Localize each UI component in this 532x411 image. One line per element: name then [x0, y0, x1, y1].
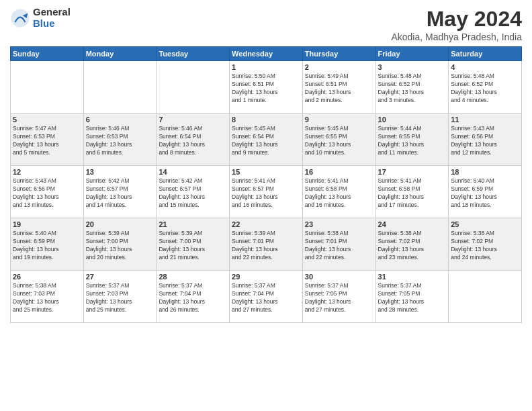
logo-general-text: General [33, 7, 71, 18]
day-number: 12 [13, 168, 81, 176]
day-number: 19 [13, 220, 81, 228]
day-info: Sunrise: 5:41 AM Sunset: 6:58 PM Dayligh… [378, 177, 447, 210]
table-row: 16Sunrise: 5:41 AM Sunset: 6:58 PM Dayli… [302, 166, 375, 218]
week-row-5: 26Sunrise: 5:38 AM Sunset: 7:03 PM Dayli… [11, 271, 522, 323]
day-info: Sunrise: 5:38 AM Sunset: 7:01 PM Dayligh… [305, 230, 373, 262]
day-info: Sunrise: 5:37 AM Sunset: 7:04 PM Dayligh… [159, 282, 227, 314]
table-row [83, 61, 157, 113]
table-row: 8Sunrise: 5:45 AM Sunset: 6:54 PM Daylig… [230, 113, 303, 166]
col-saturday: Saturday [449, 47, 522, 61]
day-number: 10 [378, 116, 447, 124]
day-info: Sunrise: 5:39 AM Sunset: 7:00 PM Dayligh… [159, 230, 227, 262]
logo: General Blue [10, 7, 71, 29]
table-row: 24Sunrise: 5:38 AM Sunset: 7:02 PM Dayli… [375, 218, 449, 271]
day-info: Sunrise: 5:48 AM Sunset: 6:52 PM Dayligh… [451, 73, 519, 105]
table-row: 18Sunrise: 5:40 AM Sunset: 6:59 PM Dayli… [449, 166, 522, 218]
day-info: Sunrise: 5:49 AM Sunset: 6:51 PM Dayligh… [305, 73, 373, 105]
table-row: 22Sunrise: 5:39 AM Sunset: 7:01 PM Dayli… [230, 218, 303, 271]
day-number: 11 [451, 116, 519, 124]
table-row [449, 271, 522, 323]
calendar-table: Sunday Monday Tuesday Wednesday Thursday… [10, 46, 522, 323]
day-number: 25 [451, 220, 519, 228]
table-row: 30Sunrise: 5:37 AM Sunset: 7:05 PM Dayli… [302, 271, 375, 323]
day-number: 20 [86, 220, 154, 228]
logo-text: General Blue [33, 7, 71, 29]
day-info: Sunrise: 5:45 AM Sunset: 6:55 PM Dayligh… [305, 125, 373, 157]
day-info: Sunrise: 5:38 AM Sunset: 7:02 PM Dayligh… [451, 230, 519, 262]
week-row-4: 19Sunrise: 5:40 AM Sunset: 6:59 PM Dayli… [11, 218, 522, 271]
day-info: Sunrise: 5:40 AM Sunset: 6:59 PM Dayligh… [13, 230, 81, 262]
day-number: 13 [86, 168, 154, 176]
table-row: 31Sunrise: 5:37 AM Sunset: 7:05 PM Dayli… [375, 271, 449, 323]
week-row-2: 5Sunrise: 5:47 AM Sunset: 6:53 PM Daylig… [11, 113, 522, 166]
day-info: Sunrise: 5:41 AM Sunset: 6:57 PM Dayligh… [232, 177, 300, 210]
day-number: 15 [232, 168, 300, 176]
table-row: 12Sunrise: 5:43 AM Sunset: 6:56 PM Dayli… [11, 166, 84, 218]
table-row: 2Sunrise: 5:49 AM Sunset: 6:51 PM Daylig… [302, 61, 375, 113]
day-info: Sunrise: 5:50 AM Sunset: 6:51 PM Dayligh… [232, 73, 300, 105]
table-row: 3Sunrise: 5:48 AM Sunset: 6:52 PM Daylig… [375, 61, 449, 113]
day-info: Sunrise: 5:39 AM Sunset: 7:00 PM Dayligh… [86, 230, 154, 262]
day-number: 18 [451, 168, 519, 176]
day-info: Sunrise: 5:42 AM Sunset: 6:57 PM Dayligh… [86, 177, 154, 210]
day-number: 28 [159, 273, 227, 281]
day-info: Sunrise: 5:38 AM Sunset: 7:02 PM Dayligh… [378, 230, 447, 262]
logo-blue-text: Blue [33, 18, 71, 30]
table-row: 13Sunrise: 5:42 AM Sunset: 6:57 PM Dayli… [83, 166, 157, 218]
day-number: 27 [86, 273, 154, 281]
day-number: 26 [13, 273, 81, 281]
day-number: 4 [451, 63, 519, 71]
day-number: 5 [13, 116, 81, 124]
table-row: 21Sunrise: 5:39 AM Sunset: 7:00 PM Dayli… [157, 218, 230, 271]
day-info: Sunrise: 5:43 AM Sunset: 6:56 PM Dayligh… [13, 177, 81, 210]
day-info: Sunrise: 5:46 AM Sunset: 6:54 PM Dayligh… [159, 125, 227, 157]
week-row-1: 1Sunrise: 5:50 AM Sunset: 6:51 PM Daylig… [11, 61, 522, 113]
table-row: 25Sunrise: 5:38 AM Sunset: 7:02 PM Dayli… [449, 218, 522, 271]
page: General Blue May 2024 Akodia, Madhya Pra… [0, 0, 532, 411]
header-row: Sunday Monday Tuesday Wednesday Thursday… [11, 47, 522, 61]
table-row: 7Sunrise: 5:46 AM Sunset: 6:54 PM Daylig… [157, 113, 230, 166]
table-row: 14Sunrise: 5:42 AM Sunset: 6:57 PM Dayli… [157, 166, 230, 218]
table-row: 4Sunrise: 5:48 AM Sunset: 6:52 PM Daylig… [449, 61, 522, 113]
day-number: 8 [232, 116, 300, 124]
month-title: May 2024 [391, 7, 522, 32]
day-info: Sunrise: 5:48 AM Sunset: 6:52 PM Dayligh… [378, 73, 447, 105]
col-tuesday: Tuesday [157, 47, 230, 61]
day-number: 3 [378, 63, 447, 71]
col-sunday: Sunday [11, 47, 84, 61]
day-number: 30 [305, 273, 373, 281]
day-number: 24 [378, 220, 447, 228]
title-area: May 2024 Akodia, Madhya Pradesh, India [391, 7, 522, 42]
table-row: 28Sunrise: 5:37 AM Sunset: 7:04 PM Dayli… [157, 271, 230, 323]
week-row-3: 12Sunrise: 5:43 AM Sunset: 6:56 PM Dayli… [11, 166, 522, 218]
svg-point-0 [11, 9, 30, 27]
day-info: Sunrise: 5:42 AM Sunset: 6:57 PM Dayligh… [159, 177, 227, 210]
logo-icon [10, 8, 30, 28]
day-number: 22 [232, 220, 300, 228]
day-number: 7 [159, 116, 227, 124]
col-monday: Monday [83, 47, 157, 61]
day-info: Sunrise: 5:37 AM Sunset: 7:05 PM Dayligh… [378, 282, 447, 314]
table-row: 19Sunrise: 5:40 AM Sunset: 6:59 PM Dayli… [11, 218, 84, 271]
day-info: Sunrise: 5:46 AM Sunset: 6:53 PM Dayligh… [86, 125, 154, 157]
day-number: 1 [232, 63, 300, 71]
table-row: 26Sunrise: 5:38 AM Sunset: 7:03 PM Dayli… [11, 271, 84, 323]
table-row: 20Sunrise: 5:39 AM Sunset: 7:00 PM Dayli… [83, 218, 157, 271]
table-row: 1Sunrise: 5:50 AM Sunset: 6:51 PM Daylig… [230, 61, 303, 113]
location-subtitle: Akodia, Madhya Pradesh, India [391, 32, 522, 42]
day-info: Sunrise: 5:44 AM Sunset: 6:55 PM Dayligh… [378, 125, 447, 157]
table-row: 23Sunrise: 5:38 AM Sunset: 7:01 PM Dayli… [302, 218, 375, 271]
day-number: 9 [305, 116, 373, 124]
day-number: 21 [159, 220, 227, 228]
table-row: 9Sunrise: 5:45 AM Sunset: 6:55 PM Daylig… [302, 113, 375, 166]
day-number: 29 [232, 273, 300, 281]
day-info: Sunrise: 5:43 AM Sunset: 6:56 PM Dayligh… [451, 125, 519, 157]
day-info: Sunrise: 5:41 AM Sunset: 6:58 PM Dayligh… [305, 177, 373, 210]
table-row: 15Sunrise: 5:41 AM Sunset: 6:57 PM Dayli… [230, 166, 303, 218]
col-wednesday: Wednesday [230, 47, 303, 61]
day-info: Sunrise: 5:37 AM Sunset: 7:03 PM Dayligh… [86, 282, 154, 314]
day-info: Sunrise: 5:40 AM Sunset: 6:59 PM Dayligh… [451, 177, 519, 210]
table-row: 6Sunrise: 5:46 AM Sunset: 6:53 PM Daylig… [83, 113, 157, 166]
table-row: 29Sunrise: 5:37 AM Sunset: 7:04 PM Dayli… [230, 271, 303, 323]
day-number: 23 [305, 220, 373, 228]
